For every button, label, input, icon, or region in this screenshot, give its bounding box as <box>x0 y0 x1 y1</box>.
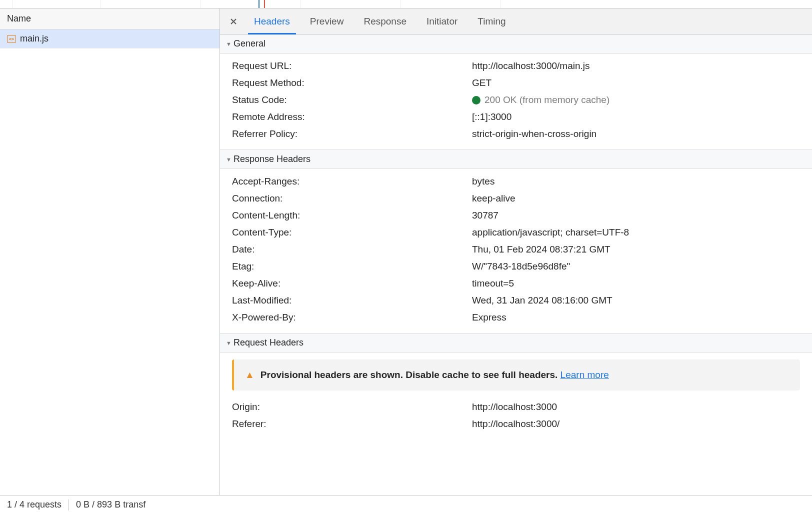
value-remote-address: [::1]:3000 <box>472 112 812 122</box>
value-keep-alive: timeout=5 <box>472 278 812 289</box>
tab-timing[interactable]: Timing <box>468 8 516 34</box>
section-toggle-general[interactable]: ▼ General <box>220 34 812 54</box>
row-last-modified: Last-Modified: Wed, 31 Jan 2024 08:16:00… <box>220 292 812 309</box>
section-title-general: General <box>234 38 266 49</box>
value-content-type: application/javascript; charset=UTF-8 <box>472 227 812 238</box>
learn-more-link[interactable]: Learn more <box>560 370 609 380</box>
value-request-url: http://localhost:3000/main.js <box>472 60 812 72</box>
label-request-url: Request URL: <box>232 60 472 72</box>
label-connection: Connection: <box>232 193 472 204</box>
value-accept-ranges: bytes <box>472 176 812 187</box>
label-referer: Referer: <box>232 418 472 430</box>
request-list-panel: Name <> main.js <box>0 8 220 495</box>
row-date: Date: Thu, 01 Feb 2024 08:37:21 GMT <box>220 241 812 258</box>
section-toggle-request-headers[interactable]: ▼ Request Headers <box>220 333 812 352</box>
warning-text: Provisional headers are shown. Disable c… <box>260 370 558 380</box>
disclosure-triangle-icon: ▼ <box>226 41 232 47</box>
row-referrer-policy: Referrer Policy: strict-origin-when-cros… <box>220 126 812 142</box>
row-accept-ranges: Accept-Ranges: bytes <box>220 173 812 190</box>
row-status-code: Status Code: 200 OK (from memory cache) <box>220 92 812 108</box>
row-content-type: Content-Type: application/javascript; ch… <box>220 224 812 241</box>
value-referrer-policy: strict-origin-when-cross-origin <box>472 128 812 140</box>
disclosure-triangle-icon: ▼ <box>226 156 232 162</box>
label-origin: Origin: <box>232 402 472 412</box>
row-connection: Connection: keep-alive <box>220 190 812 207</box>
status-requests-count: 1 / 4 requests <box>7 500 62 510</box>
label-last-modified: Last-Modified: <box>232 295 472 306</box>
label-date: Date: <box>232 244 472 255</box>
warning-icon: ▲ <box>245 370 254 380</box>
value-referer: http://localhost:3000/ <box>472 418 812 430</box>
value-origin: http://localhost:3000 <box>472 402 812 412</box>
close-detail-button[interactable] <box>223 8 244 34</box>
label-remote-address: Remote Address: <box>232 112 472 122</box>
row-referer: Referer: http://localhost:3000/ <box>220 416 812 432</box>
label-status-code: Status Code: <box>232 94 472 106</box>
label-x-powered-by: X-Powered-By: <box>232 312 472 323</box>
row-request-url: Request URL: http://localhost:3000/main.… <box>220 58 812 74</box>
status-code-text: 200 OK (from memory cache) <box>484 94 610 106</box>
label-etag: Etag: <box>232 261 472 272</box>
label-content-length: Content-Length: <box>232 210 472 221</box>
request-list: <> main.js <box>0 30 220 495</box>
value-date: Thu, 01 Feb 2024 08:37:21 GMT <box>472 244 812 255</box>
request-list-header-name[interactable]: Name <box>0 8 220 30</box>
status-separator <box>68 500 69 510</box>
value-x-powered-by: Express <box>472 312 812 323</box>
label-content-type: Content-Type: <box>232 227 472 238</box>
tab-initiator[interactable]: Initiator <box>416 8 468 34</box>
detail-tabbar: Headers Preview Response Initiator Timin… <box>220 8 812 34</box>
row-remote-address: Remote Address: [::1]:3000 <box>220 108 812 126</box>
timeline-overview[interactable] <box>0 0 812 8</box>
value-connection: keep-alive <box>472 193 812 204</box>
row-x-powered-by: X-Powered-By: Express <box>220 309 812 326</box>
value-status-code: 200 OK (from memory cache) <box>472 94 812 106</box>
value-request-method: GET <box>472 78 812 88</box>
request-row-main-js[interactable]: <> main.js <box>0 30 220 48</box>
status-ok-icon <box>472 96 480 104</box>
request-detail-panel: Headers Preview Response Initiator Timin… <box>220 8 812 495</box>
label-request-method: Request Method: <box>232 78 472 88</box>
close-icon <box>230 18 238 26</box>
disclosure-triangle-icon: ▼ <box>226 340 232 346</box>
section-title-response-headers: Response Headers <box>234 154 310 164</box>
row-request-method: Request Method: GET <box>220 74 812 92</box>
section-toggle-response-headers[interactable]: ▼ Response Headers <box>220 150 812 169</box>
label-referrer-policy: Referrer Policy: <box>232 128 472 140</box>
js-file-icon: <> <box>7 35 16 43</box>
row-content-length: Content-Length: 30787 <box>220 207 812 224</box>
request-row-filename: main.js <box>20 34 48 44</box>
headers-content: ▼ General Request URL: http://localhost:… <box>220 34 812 495</box>
tab-response[interactable]: Response <box>354 8 416 34</box>
tab-preview[interactable]: Preview <box>300 8 354 34</box>
section-title-request-headers: Request Headers <box>234 338 304 348</box>
status-transfer-size: 0 B / 893 B transf <box>76 500 146 510</box>
row-keep-alive: Keep-Alive: timeout=5 <box>220 275 812 292</box>
value-etag: W/"7843-18d5e96d8fe" <box>472 261 812 272</box>
row-origin: Origin: http://localhost:3000 <box>220 398 812 416</box>
value-content-length: 30787 <box>472 210 812 221</box>
status-bar: 1 / 4 requests 0 B / 893 B transf <box>0 495 812 514</box>
provisional-headers-warning: ▲ Provisional headers are shown. Disable… <box>232 360 800 390</box>
tab-headers[interactable]: Headers <box>244 8 300 34</box>
label-keep-alive: Keep-Alive: <box>232 278 472 289</box>
label-accept-ranges: Accept-Ranges: <box>232 176 472 187</box>
row-etag: Etag: W/"7843-18d5e96d8fe" <box>220 258 812 275</box>
value-last-modified: Wed, 31 Jan 2024 08:16:00 GMT <box>472 295 812 306</box>
